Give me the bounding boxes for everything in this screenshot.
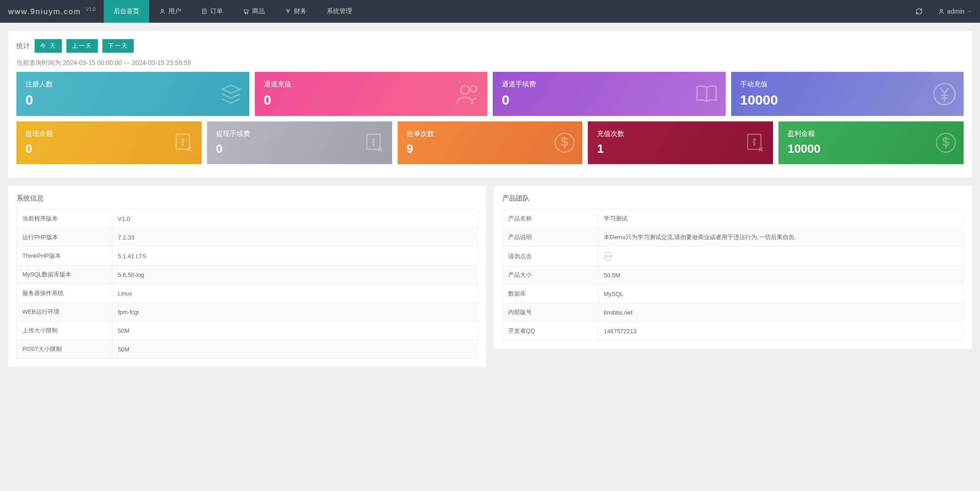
nav-item-label: 商品 [252, 7, 265, 15]
user-icon [159, 8, 166, 15]
stat-card-bottom-3[interactable]: 充值次数1 [588, 121, 773, 164]
product-team-panel: 产品团队 产品名称学习测试产品说明本Demo只为学习测试交流,请勿要做商业或者用… [494, 186, 972, 349]
svg-point-0 [161, 9, 163, 11]
table-value: timibbs.net [598, 303, 964, 322]
topbar-right: admin [908, 0, 980, 23]
table-row: 请勿点击404 [503, 247, 964, 266]
table-value: 404 [598, 247, 964, 266]
topbar: www.9niuym.com V1.0 后台首页用户订单商品￥财务系统管理 ad… [0, 0, 980, 23]
stat-card-value: 0 [25, 142, 192, 156]
stat-card-top-0[interactable]: 注册人数0 [16, 72, 249, 116]
table-row: 产品大小50.5M [503, 266, 964, 285]
yen-icon: ￥ [285, 7, 291, 15]
main-nav: 后台首页用户订单商品￥财务系统管理 [104, 0, 362, 23]
stat-card-value: 0 [264, 92, 479, 108]
stat-card-label: 通道充值 [264, 80, 479, 89]
system-info-panel: 系统信息 当前程序版本V1.0运行PHP版本7.2.33ThinkPHP版本5.… [8, 186, 486, 367]
table-row: WEB运行环境fpm-fcgi [17, 303, 478, 321]
note-icon [744, 131, 767, 154]
table-row: POST大小限制50M [17, 340, 478, 359]
nav-item-label: 财务 [294, 7, 307, 15]
note-icon [172, 131, 195, 154]
nav-item-label: 订单 [210, 7, 223, 15]
table-value: fpm-fcgi [112, 303, 478, 321]
table-key: POST大小限制 [17, 340, 112, 359]
nav-item-label: 系统管理 [327, 7, 352, 15]
stat-card-bottom-0[interactable]: 提现金额0 [16, 121, 202, 164]
badge-404-icon[interactable]: 404 [604, 252, 612, 261]
stat-card-top-1[interactable]: 通道充值0 [255, 72, 488, 116]
stat-card-bottom-1[interactable]: 提现手续费0 [207, 121, 392, 164]
nav-item-label: 后台首页 [114, 7, 139, 15]
nav-item-3[interactable]: 商品 [233, 0, 275, 23]
table-row: MySQL数据库版本5.6.50-log [17, 266, 478, 284]
svg-point-11 [373, 144, 374, 145]
nav-item-0[interactable]: 后台首页 [104, 0, 149, 23]
prev-day-button[interactable]: 上一天 [66, 39, 98, 53]
stat-card-label: 手动充值 [740, 80, 955, 89]
today-button[interactable]: 今 天 [35, 39, 62, 53]
stat-card-top-3[interactable]: 手动充值10000 [731, 72, 964, 116]
user-name: admin [947, 8, 965, 15]
stat-card-value: 0 [25, 92, 240, 108]
stat-card-label: 提现手续费 [216, 130, 383, 138]
stat-card-bottom-2[interactable]: 抢单次数9 [398, 121, 583, 164]
table-row: 产品名称学习测试 [503, 210, 964, 228]
stat-card-bottom-4[interactable]: 盈利金额10000 [778, 121, 964, 164]
user-menu[interactable]: admin [930, 0, 980, 23]
nav-item-label: 用户 [168, 7, 181, 15]
stat-cards-row-2: 提现金额0提现手续费0抢单次数9充值次数1盈利金额10000 [16, 121, 964, 164]
nav-item-5[interactable]: 系统管理 [317, 0, 362, 23]
table-value: 50M [112, 340, 478, 359]
stat-card-value: 10000 [788, 142, 955, 156]
system-info-title: 系统信息 [16, 194, 478, 203]
table-key: 服务器操作系统 [17, 284, 112, 303]
table-value: 50M [112, 321, 478, 340]
stat-card-label: 注册人数 [25, 80, 240, 89]
svg-point-2 [245, 13, 246, 14]
table-key: 上传大小限制 [17, 321, 112, 340]
layers-icon [219, 82, 243, 106]
table-row: 数据库MySQL [503, 285, 964, 303]
svg-point-14 [754, 144, 755, 145]
table-value: MySQL [598, 285, 964, 303]
table-row: 上传大小限制50M [17, 321, 478, 340]
stat-card-label: 抢单次数 [407, 130, 574, 138]
svg-point-6 [470, 85, 477, 92]
nav-item-1[interactable]: 用户 [149, 0, 191, 23]
table-value: 学习测试 [598, 210, 964, 228]
user-icon [938, 8, 945, 15]
svg-point-9 [182, 144, 183, 145]
nav-item-4[interactable]: ￥财务 [275, 0, 317, 23]
table-value: 5.1.41 LTS [112, 247, 478, 266]
svg-point-5 [461, 85, 470, 94]
cart-icon [243, 8, 249, 15]
system-info-table: 当前程序版本V1.0运行PHP版本7.2.33ThinkPHP版本5.1.41 … [16, 209, 478, 359]
stat-card-label: 充值次数 [597, 130, 764, 138]
query-time-range: 当前查询时间为:2024-03-15 00:00:00 --- 2024-03-… [16, 59, 964, 67]
stat-card-top-2[interactable]: 通道手续费0 [493, 72, 726, 116]
table-row: 服务器操作系统Linux [17, 284, 478, 303]
table-row: 产品说明本Demo只为学习测试交流,请勿要做商业或者用于违法行为,一切后果自负. [503, 228, 964, 247]
table-key: 开发者QQ [503, 322, 598, 341]
table-key: 当前程序版本 [17, 210, 112, 228]
stat-card-value: 0 [216, 142, 383, 156]
table-key: 运行PHP版本 [17, 228, 112, 247]
refresh-button[interactable] [908, 0, 930, 23]
brand: www.9niuym.com V1.0 [0, 7, 104, 16]
svg-rect-8 [176, 134, 189, 149]
dollar-icon [553, 131, 576, 154]
stat-card-value: 0 [502, 92, 717, 108]
dollar-icon [935, 131, 957, 154]
table-key: 产品说明 [503, 228, 598, 247]
next-day-button[interactable]: 下一天 [102, 39, 134, 53]
table-key: WEB运行环境 [17, 303, 112, 321]
table-key: MySQL数据库版本 [17, 266, 112, 284]
chevron-down-icon [967, 9, 972, 14]
nav-item-2[interactable]: 订单 [191, 0, 233, 23]
stat-cards-row-1: 注册人数0通道充值0通道手续费0手动充值10000 [16, 72, 964, 116]
table-key: 产品名称 [503, 210, 598, 228]
table-value: V1.0 [112, 210, 478, 228]
stats-title: 统计 [16, 42, 30, 50]
table-key: 产品大小 [503, 266, 598, 285]
